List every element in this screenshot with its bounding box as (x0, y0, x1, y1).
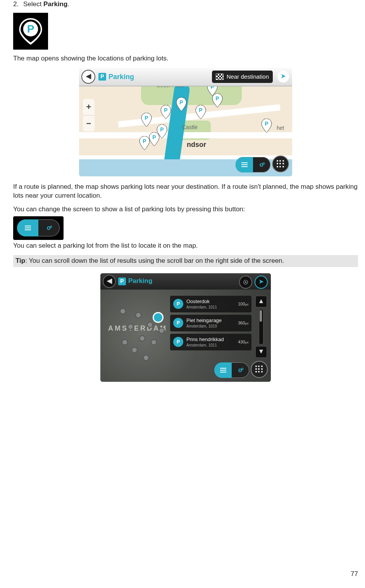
result-unit: yd (245, 322, 248, 325)
list-toggle-pill[interactable]: oº (17, 219, 60, 236)
list-icon (25, 226, 31, 230)
zoom-out[interactable]: − (83, 115, 95, 132)
svg-text:P: P (164, 107, 167, 113)
flag-icon (216, 74, 224, 80)
mic-icon (243, 279, 248, 285)
scrollbar[interactable]: ▲ ▼ (255, 296, 268, 358)
scroll-down-button[interactable]: ▼ (255, 346, 267, 358)
page-number: 77 (351, 570, 358, 579)
svg-text:P: P (215, 95, 219, 102)
step-number: 2. (13, 0, 23, 9)
tip-box: Tip: You can scroll down the list of res… (13, 255, 358, 267)
svg-point-13 (245, 281, 246, 283)
result-subtitle: Amsterdam, 1011 (186, 343, 235, 348)
parking-pin-icon: P (173, 337, 183, 347)
paragraph-map-opens: The map opens showing the locations of p… (13, 54, 358, 63)
parking-pin: P (139, 136, 150, 150)
map-icon: oº (238, 366, 243, 374)
map-label-castle: Castle (182, 124, 198, 131)
parking-pin: P (176, 97, 187, 111)
map-label-city: ndsor (187, 140, 206, 149)
parking-pin: P (261, 119, 272, 133)
parking-label-text: Parking (108, 72, 134, 81)
step-line: 2. Select Parking. (13, 0, 358, 9)
result-distance: 100 (238, 302, 245, 306)
list-toggle-graphic: oº (13, 216, 64, 240)
results-list: P Oosterdok Amsterdam, 1011 100yd P Piet… (170, 296, 251, 353)
near-destination-button[interactable]: Near destination (212, 71, 273, 83)
svg-text:P: P (152, 134, 156, 140)
parking-pin: P (160, 105, 171, 119)
paragraph-change-screen: You can change the screen to show a list… (13, 205, 358, 214)
parking-app-icon: P (13, 13, 48, 50)
menu-button[interactable] (251, 361, 268, 378)
map-icon: oº (47, 224, 52, 232)
result-distance: 430 (238, 340, 245, 344)
parking-pin: P (141, 113, 152, 127)
map2-topbar: ◀ P Parking ➤ (100, 273, 271, 290)
step-instruction: Select Parking. (23, 0, 358, 9)
scroll-up-button[interactable]: ▲ (255, 296, 267, 307)
near-destination-text: Near destination (227, 73, 269, 81)
parking-pin: P (195, 105, 206, 119)
parking-p-icon: P (98, 73, 106, 81)
parking-mode-label: P Parking (118, 277, 152, 286)
svg-text:P: P (179, 99, 183, 105)
map-list-toggle[interactable]: oº (214, 362, 249, 378)
location-arrow-button[interactable]: ➤ (277, 71, 289, 83)
back-button[interactable]: ◀ (81, 70, 95, 84)
list-icon (241, 162, 248, 167)
map-label-het: het (277, 124, 284, 132)
parking-label-text: Parking (128, 277, 152, 286)
parking-pin-icon: P (16, 16, 45, 46)
list-screenshot: AMSTERDAM ◀ P Parking (100, 273, 271, 382)
step-suffix: . (67, 0, 69, 8)
result-title: Oosterdok (186, 298, 235, 305)
scroll-track[interactable] (259, 309, 263, 345)
map-screenshot: South Field Castle het ndsor P P P P P P… (79, 68, 292, 176)
back-button[interactable]: ◀ (103, 275, 116, 288)
zoom-control[interactable]: + − (83, 99, 95, 131)
result-subtitle: Amsterdam, 1011 (186, 305, 235, 310)
tip-text: : You can scroll down the list of result… (25, 257, 284, 264)
svg-text:P: P (160, 126, 164, 133)
result-unit: yd (245, 341, 248, 344)
map-icon: oº (260, 160, 264, 169)
paragraph-route-planned: If a route is planned, the map shows par… (13, 183, 358, 200)
svg-text:P: P (143, 138, 146, 144)
parking-pin-icon: P (173, 318, 183, 328)
parking-p-icon: P (118, 278, 126, 285)
map-list-toggle[interactable]: oº (236, 157, 270, 172)
step-prefix: Select (23, 0, 43, 8)
parking-pin: P (149, 132, 160, 146)
result-distance: 360 (238, 321, 245, 325)
voice-button[interactable] (239, 276, 252, 289)
scroll-thumb[interactable] (260, 310, 262, 322)
svg-text:P: P (199, 107, 202, 113)
parking-pin-icon: P (173, 299, 183, 309)
result-item[interactable]: P Oosterdok Amsterdam, 1011 100yd (170, 296, 251, 312)
result-title: Prins hendrikkad (186, 336, 235, 343)
grid-icon (255, 366, 263, 373)
svg-text:P: P (265, 121, 268, 127)
svg-text:P: P (27, 23, 34, 35)
menu-button[interactable] (272, 155, 289, 172)
svg-text:P: P (145, 115, 148, 121)
zoom-in[interactable]: + (83, 99, 95, 115)
result-item[interactable]: P Prins hendrikkad Amsterdam, 1011 430yd (170, 334, 251, 350)
paragraph-select-from-list: You can select a parking lot from the li… (13, 241, 358, 250)
parking-mode-label: P Parking (98, 72, 134, 81)
list-icon (220, 368, 226, 372)
tip-label: Tip (15, 257, 25, 264)
result-title: Piet heingarage (186, 317, 235, 324)
parking-pin: P (212, 93, 223, 107)
step-bold: Parking (43, 0, 67, 8)
grid-icon (277, 160, 284, 168)
location-arrow-button[interactable]: ➤ (255, 276, 268, 289)
result-subtitle: Amsterdam, 1019 (186, 324, 235, 329)
result-item[interactable]: P Piet heingarage Amsterdam, 1019 360yd (170, 315, 251, 331)
result-unit: yd (245, 303, 248, 306)
document-page: 2. Select Parking. P The map opens showi… (0, 0, 365, 588)
